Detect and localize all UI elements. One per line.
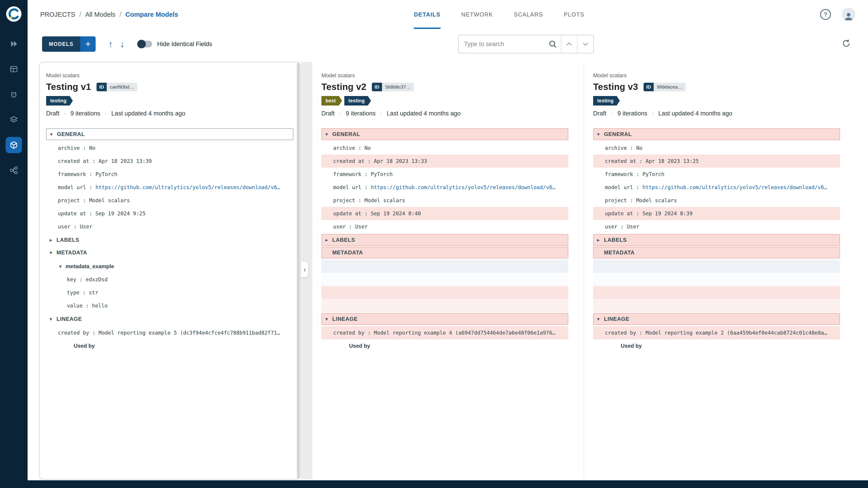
field-key: created at	[333, 158, 374, 164]
scrollbar-thumb[interactable]	[297, 63, 300, 479]
section-general[interactable]: ▾ GENERAL	[46, 128, 293, 140]
model-sections: ▾ GENERAL archiveNo created atApr 18 202…	[46, 128, 293, 352]
section-label: METADATA	[604, 250, 635, 256]
field-key: model url	[605, 184, 643, 190]
model-status: Draft	[593, 110, 607, 117]
section-metadata[interactable]: ▾ METADATA	[46, 247, 293, 258]
models-button[interactable]: MODELS	[42, 36, 80, 52]
model-id-badge[interactable]: ID caef90bd…	[96, 83, 137, 91]
field-archive: archiveNo	[593, 141, 840, 155]
model-project-name: Model scalars	[46, 72, 293, 78]
sidebar-item-pipelines[interactable]	[6, 162, 22, 178]
move-down-button[interactable]: ↓	[120, 39, 125, 49]
sidebar-item-debugger[interactable]	[6, 86, 22, 103]
model-url-link[interactable]: https://github.com/ultralytics/yolov5/re…	[371, 184, 555, 190]
field-key: archive	[605, 145, 636, 151]
search-button[interactable]	[545, 35, 561, 53]
model-meta: Draft · 9 iterations · Last updated 4 mo…	[46, 110, 293, 117]
top-actions: ?	[820, 8, 855, 21]
tag-best: best	[321, 96, 342, 105]
sidebar	[0, 0, 28, 488]
collapse-column-handle[interactable]: ‹	[301, 261, 309, 278]
model-url-link[interactable]: https://github.com/ultralytics/yolov5/re…	[95, 184, 280, 190]
hide-identical-toggle[interactable]	[138, 41, 152, 47]
sidebar-item-projects[interactable]	[6, 61, 22, 77]
tab-network[interactable]: NETWORK	[461, 0, 493, 29]
chevron-down-icon: ▾	[597, 131, 604, 137]
field-key: update at	[58, 210, 95, 217]
used-by-label: Used by	[46, 339, 293, 352]
field-value: Apr 18 2023 13:39	[98, 158, 152, 164]
tab-details[interactable]: DETAILS	[414, 0, 440, 29]
user-avatar[interactable]	[842, 8, 855, 21]
field-framework: frameworkPyTorch	[321, 168, 568, 181]
section-labels[interactable]: ▸ LABELS	[321, 234, 568, 246]
section-general[interactable]: ▾ GENERAL	[593, 128, 840, 140]
sidebar-item-model-registry[interactable]	[6, 137, 22, 153]
section-labels[interactable]: ▸ LABELS	[593, 234, 840, 246]
vertical-scrollbar[interactable]	[297, 63, 300, 479]
used-by-label: Used by	[321, 339, 568, 352]
model-id-badge[interactable]: ID 999dacea…	[644, 83, 686, 91]
model-meta: Draft · 9 iterations · Last updated 4 mo…	[321, 110, 568, 117]
section-label: LABELS	[604, 237, 627, 243]
tab-scalars[interactable]: SCALARS	[514, 0, 543, 29]
field-value: Model reporting example 4 (a6947dd754464…	[374, 330, 555, 336]
table-icon	[9, 65, 18, 74]
empty-diff-row	[321, 273, 568, 286]
prev-match-button[interactable]	[561, 35, 577, 53]
section-label: GENERAL	[604, 131, 632, 137]
search-group	[458, 35, 594, 53]
next-match-button[interactable]	[577, 35, 593, 53]
metadata-group-row[interactable]: ▾ metadata_example	[46, 260, 293, 273]
model-title-row: Testing v1 ID caef90bd…	[46, 82, 293, 92]
field-value: Model reporting example 2 (6aa459b4ef0e4…	[646, 330, 827, 336]
general-rows: archiveNo created atApr 18 2023 13:39 fr…	[46, 141, 293, 233]
field-key: created by	[605, 330, 646, 336]
field-key: user	[58, 224, 80, 230]
layers-icon	[9, 115, 18, 124]
field-key: model url	[58, 184, 95, 190]
search-input[interactable]	[459, 35, 545, 53]
section-lineage[interactable]: ▾ LINEAGE	[593, 313, 840, 325]
model-title-row: Testing v2 ID 568b8c37…	[321, 82, 568, 92]
tab-plots[interactable]: PLOTS	[564, 0, 584, 29]
model-column-testing-v1: Model scalars Testing v1 ID caef90bd… te…	[39, 62, 301, 480]
comet-logo[interactable]	[5, 5, 23, 23]
field-framework: frameworkPyTorch	[46, 168, 293, 181]
section-labels[interactable]: ▸ LABELS	[46, 234, 293, 246]
empty-diff-row	[321, 260, 568, 273]
model-url-link[interactable]: https://github.com/ultralytics/yolov5/re…	[643, 184, 827, 190]
toggle-knob	[137, 40, 146, 48]
separator-dot: ·	[380, 110, 382, 117]
section-label: GENERAL	[332, 131, 360, 137]
chevron-down-icon: ▾	[326, 316, 332, 322]
section-lineage[interactable]: ▾ LINEAGE	[321, 313, 568, 325]
sidebar-item-experiments[interactable]	[6, 36, 22, 52]
help-button[interactable]: ?	[820, 9, 831, 20]
section-lineage[interactable]: ▾ LINEAGE	[46, 313, 293, 325]
model-id-badge[interactable]: ID 568b8c37…	[372, 83, 414, 91]
sidebar-item-artifacts[interactable]	[6, 111, 22, 128]
add-model-button[interactable]: +	[80, 36, 96, 52]
chevron-up-icon	[566, 42, 572, 46]
move-up-button[interactable]: ↑	[108, 39, 113, 49]
breadcrumb-all-models[interactable]: All Models	[85, 11, 116, 18]
separator-dot: ·	[339, 110, 341, 117]
field-value: User	[627, 224, 639, 230]
tag-testing: testing	[344, 96, 371, 105]
model-status: Draft	[321, 110, 335, 117]
section-label: LABELS	[57, 237, 79, 243]
section-label: METADATA	[57, 250, 87, 256]
chevron-right-icon: ▸	[597, 237, 604, 242]
section-general[interactable]: ▾ GENERAL	[321, 128, 568, 140]
refresh-button[interactable]	[840, 37, 852, 51]
field-key: value	[67, 303, 92, 308]
chevron-down-icon: ▾	[50, 250, 57, 255]
section-label: LINEAGE	[332, 316, 358, 322]
breadcrumb-projects[interactable]: PROJECTS	[40, 11, 75, 18]
model-tags: testing	[593, 96, 840, 105]
toolbar: MODELS + ↑ ↓ Hide Identical Fields	[28, 29, 868, 62]
field-created-at: created atApr 18 2023 13:25	[593, 155, 840, 168]
field-key: user	[333, 224, 355, 230]
